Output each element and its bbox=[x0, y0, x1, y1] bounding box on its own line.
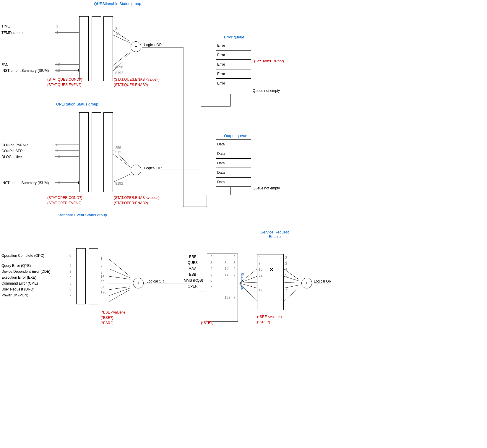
std-dde-bit: 3 bbox=[69, 270, 72, 274]
oper-logical-or-circle: + bbox=[131, 165, 141, 175]
sb-mms-label: MMS (RQS) bbox=[184, 278, 203, 283]
ques-time-label: TIME bbox=[1, 24, 10, 28]
diagram-container: QUEStionable Status group TIME 3 TEMPera… bbox=[0, 0, 487, 448]
ques-fan-bit: 12 bbox=[56, 63, 60, 67]
ques-title: QUEStionable Status group bbox=[94, 1, 141, 6]
std-bit-128: 128 bbox=[100, 290, 106, 294]
std-bit-1: 1 bbox=[100, 257, 103, 261]
oper-cond-cmd: (STAT:OPER:COND?) bbox=[47, 196, 82, 200]
std-enable-box bbox=[89, 248, 98, 304]
sb-oper-label: OPER bbox=[188, 284, 198, 288]
sre-bit-right-7: 7 bbox=[285, 288, 287, 292]
sb-ques-num: 3 bbox=[233, 261, 236, 265]
std-urq-label: User Request (URQ) bbox=[1, 287, 34, 291]
sb-ques-label: QUES bbox=[188, 261, 198, 265]
ques-cond-cmd: (STAT:QUES:COND?) bbox=[47, 77, 82, 82]
ques-isum-label: INSTrument Summary (ISUM) bbox=[1, 69, 49, 73]
sb-mav-bit-l: 4 bbox=[210, 267, 212, 271]
ques-bit-16: 16 bbox=[115, 32, 119, 36]
svg-line-8 bbox=[111, 53, 130, 73]
ques-enable-box bbox=[103, 16, 113, 81]
ques-enab-cmd2: (STAT:QUES:ENAB?) bbox=[114, 83, 148, 87]
final-logical-or-circle: + bbox=[301, 278, 312, 288]
error-queue-item-2: Error bbox=[216, 50, 251, 60]
sre-cmd1: (*SRE <value>) bbox=[257, 315, 282, 319]
oper-couple-ser-label: COUPle SERial bbox=[1, 149, 26, 153]
ques-bit-8192: 8192 bbox=[115, 71, 123, 75]
ques-temp-label: TEMPerature bbox=[1, 31, 22, 35]
oper-enable-box bbox=[103, 112, 113, 192]
sb-ques-bit-l: 3 bbox=[210, 261, 212, 265]
output-queue-item-3: Data bbox=[216, 158, 251, 168]
ques-logical-or-label: Logical OR bbox=[144, 43, 162, 47]
svg-line-21 bbox=[109, 269, 130, 278]
std-opc-label: Operation Complete (OPC) bbox=[1, 254, 44, 258]
ques-logical-or-circle: + bbox=[131, 41, 141, 52]
output-queue-item-5: Data bbox=[216, 177, 251, 187]
error-queue-not-empty: Queue not empty bbox=[253, 89, 280, 93]
std-title: Standard Event Status group bbox=[58, 213, 107, 217]
oper-dlog-bit: 10 bbox=[56, 155, 60, 159]
sb-oper-bit-l: 7 bbox=[210, 284, 212, 288]
error-queue-title: Error queue bbox=[224, 35, 244, 39]
std-exe-bit: 4 bbox=[69, 275, 72, 280]
std-pon-label: Power On (PON) bbox=[1, 293, 28, 297]
sb-mav-label: MAV bbox=[189, 267, 196, 271]
oper-bit-256: 256 bbox=[115, 146, 121, 150]
output-queue-item-1: Data bbox=[216, 139, 251, 149]
std-qye-label: Query Error (QYE) bbox=[1, 264, 31, 268]
sb-ques-bit-r: 8 bbox=[225, 261, 227, 265]
oper-enab-cmd1: (STAT:OPER:ENAB <value>) bbox=[114, 196, 160, 200]
oper-couple-par-label: COUPle PARAllel bbox=[1, 143, 29, 147]
output-queue-not-empty: Queue not empty bbox=[253, 186, 280, 190]
svg-line-20 bbox=[109, 259, 130, 276]
sre-bit-right-4: 4 bbox=[285, 267, 287, 272]
sre-title: Service RequestEnable bbox=[261, 230, 289, 239]
ques-even-cmd: (STAT:QUES:EVEN?) bbox=[47, 83, 82, 87]
ques-event-box bbox=[92, 16, 101, 81]
error-queue-item-5: Error bbox=[216, 79, 251, 88]
error-queue-item-4: Error bbox=[216, 69, 251, 79]
oper-even-cmd: (STAT:OPER:EVEN?) bbox=[47, 201, 82, 205]
std-event-box bbox=[76, 248, 86, 304]
sre-bit-right-5: 5 bbox=[285, 273, 287, 277]
ques-isum-bit: 13 bbox=[56, 69, 60, 73]
final-logical-or-label: Logical OR bbox=[314, 279, 331, 283]
std-esr-cmd: (*ESR?) bbox=[100, 321, 113, 325]
sb-err-label: ERR bbox=[189, 255, 197, 259]
oper-couple-ser-bit: 9 bbox=[56, 149, 58, 153]
oper-condition-box bbox=[79, 112, 89, 192]
std-bit-4: 4 bbox=[100, 265, 103, 270]
ques-bit-4096: 4096 bbox=[115, 65, 123, 69]
status-byte-label: Status byte bbox=[240, 272, 244, 290]
oper-dlog-label: DLOG active bbox=[1, 155, 22, 159]
std-opc-bit: 0 bbox=[69, 254, 72, 258]
sb-err-bit-r: 4 bbox=[225, 255, 227, 259]
oper-bit-512: 512 bbox=[115, 150, 121, 154]
sre-bit-left-4: 4 bbox=[259, 256, 261, 260]
ques-bit-8: 8 bbox=[115, 27, 117, 31]
oper-event-box bbox=[92, 112, 101, 192]
svg-line-6 bbox=[111, 34, 130, 43]
sb-mav-num: 4 bbox=[233, 267, 236, 271]
sre-bit-left-32: 32 bbox=[259, 273, 262, 277]
sb-esb-num: 5 bbox=[233, 272, 236, 277]
sre-box bbox=[257, 254, 284, 310]
sre-bit-left-8: 8 bbox=[259, 262, 261, 266]
std-dde-label: Device Dependent Error (DDE) bbox=[1, 270, 50, 274]
sb-esb-label: ESB bbox=[189, 272, 196, 277]
sre-bit-left-128: 128 bbox=[259, 288, 264, 292]
sb-err-num: 2 bbox=[233, 255, 236, 259]
svg-line-25 bbox=[109, 288, 130, 296]
output-queue-item-2: Data bbox=[216, 149, 251, 158]
std-cme-label: Command Error (CME) bbox=[1, 281, 38, 285]
error-queue-item-3: Error bbox=[216, 60, 251, 69]
std-logical-or-circle: + bbox=[133, 278, 144, 288]
std-bit-8: 8 bbox=[100, 270, 103, 275]
std-bit-16: 16 bbox=[100, 275, 104, 279]
ques-fan-label: FAN bbox=[1, 63, 8, 67]
oper-enab-cmd2: (STAT:OPER:ENAB?) bbox=[114, 201, 148, 205]
std-cme-bit: 5 bbox=[69, 281, 72, 285]
oper-isum-bit: 13 bbox=[56, 181, 60, 185]
oper-title: OPERation Status group bbox=[56, 102, 98, 106]
